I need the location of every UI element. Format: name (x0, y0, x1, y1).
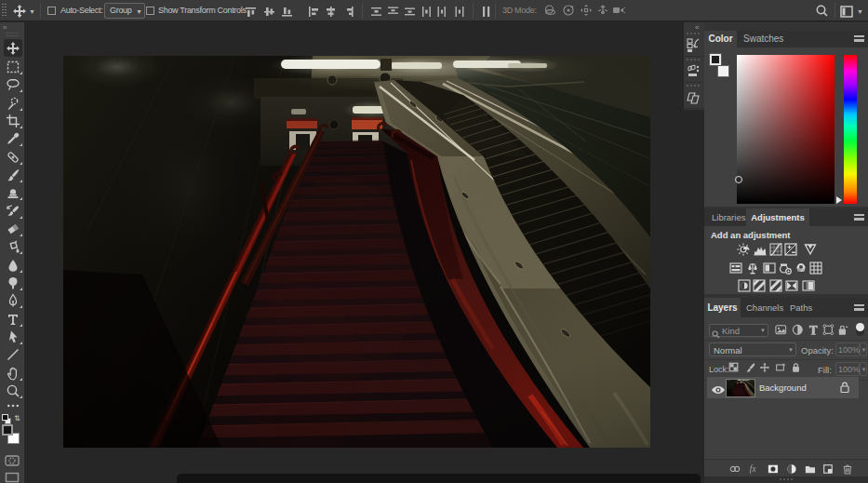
svg-text:fx: fx (750, 464, 757, 474)
